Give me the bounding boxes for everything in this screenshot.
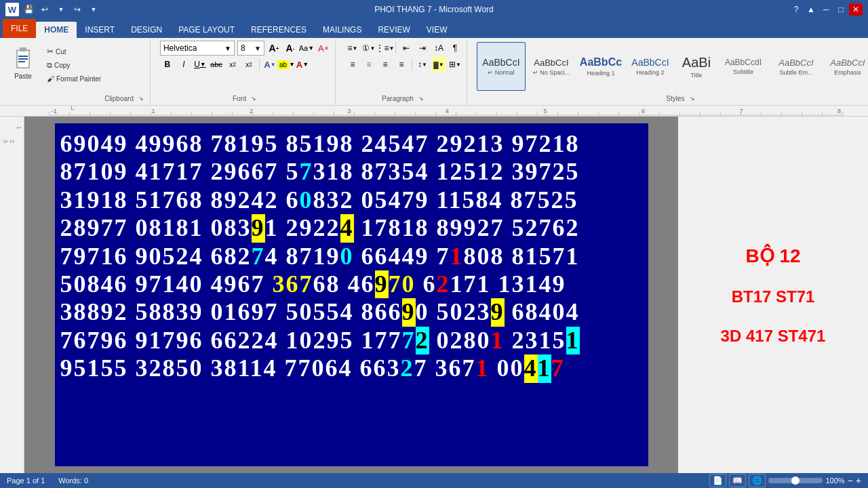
- minimize-btn[interactable]: ─: [819, 3, 833, 16]
- ruler: -112345678 └: [0, 106, 868, 117]
- styles-expand[interactable]: ↘: [688, 94, 697, 103]
- font-size-dropdown[interactable]: ▼: [254, 45, 261, 52]
- document-area: 123 69049 49968 78195 85198 24547 29213 …: [0, 117, 868, 473]
- style-heading1[interactable]: AaBbCc Heading 1: [577, 42, 625, 91]
- font-shrink-button[interactable]: A-: [283, 41, 297, 55]
- align-right-button[interactable]: ≡: [378, 57, 393, 72]
- ribbon-toggle[interactable]: ▲: [804, 3, 818, 16]
- style-normal[interactable]: AaBbCcI ↵ Normal: [477, 42, 526, 91]
- superscript-button[interactable]: x2: [241, 57, 256, 72]
- quick-customize[interactable]: ▼: [87, 3, 100, 16]
- zoom-level: 100%: [825, 476, 844, 485]
- justify-button[interactable]: ≡: [394, 57, 409, 72]
- side-label-3: 3D 417 ST471: [721, 327, 826, 346]
- side-panel: BỘ 12 BT17 ST71 3D 417 ST471: [678, 117, 868, 473]
- title-bar: W 💾 ↩ ▼ ↪ ▼ PHOI THANG 7 - Microsoft Wor…: [0, 0, 868, 19]
- tab-mailings[interactable]: MAILINGS: [315, 22, 370, 38]
- clipboard-group: Paste ✂ Cut ⧉ Copy 🖌 Format Painter Clip…: [3, 41, 151, 105]
- zoom-slider[interactable]: [768, 478, 823, 483]
- bullets-button[interactable]: ≡▼: [345, 41, 360, 56]
- paste-button[interactable]: Paste: [7, 43, 39, 81]
- page-info: Page 1 of 1: [7, 476, 45, 485]
- copy-icon: ⧉: [47, 61, 52, 70]
- ribbon: Paste ✂ Cut ⧉ Copy 🖌 Format Painter Clip…: [0, 38, 868, 106]
- vertical-ruler: 123: [0, 117, 24, 473]
- view-web[interactable]: 🌐: [749, 474, 766, 487]
- change-case-button[interactable]: Aa▼: [300, 41, 313, 55]
- style-emphasis[interactable]: AaBbCcI Emphasis: [823, 42, 868, 91]
- paragraph-expand[interactable]: ↘: [416, 94, 426, 103]
- svg-rect-4: [18, 61, 25, 62]
- close-btn[interactable]: ✕: [849, 3, 863, 16]
- tab-review[interactable]: REVIEW: [370, 22, 418, 38]
- zoom-in[interactable]: +: [856, 475, 861, 486]
- strikethrough-button[interactable]: abc: [209, 57, 224, 72]
- quick-undo[interactable]: ↩: [38, 3, 52, 16]
- format-painter-button[interactable]: 🖌 Format Painter: [43, 73, 104, 85]
- quick-undo-arrow[interactable]: ▼: [54, 3, 68, 16]
- side-label-1: BỘ 12: [745, 245, 800, 267]
- borders-button[interactable]: ⊞▼: [448, 57, 462, 72]
- restore-btn[interactable]: □: [834, 3, 848, 16]
- clear-formatting-button[interactable]: A✕: [316, 41, 331, 56]
- tab-references[interactable]: REFERENCES: [243, 22, 315, 38]
- italic-button[interactable]: I: [176, 57, 191, 72]
- format-painter-icon: 🖌: [47, 75, 54, 83]
- ruler-marks: -112345678 └: [49, 106, 844, 116]
- word-count: Words: 0: [58, 476, 88, 485]
- decrease-indent-button[interactable]: ⇤: [399, 41, 414, 56]
- subscript-button[interactable]: x2: [225, 57, 240, 72]
- style-title[interactable]: AaBi Title: [676, 42, 717, 91]
- zoom-out[interactable]: −: [848, 475, 853, 486]
- bold-button[interactable]: B: [160, 57, 175, 72]
- tab-marker: └: [69, 106, 74, 113]
- quick-save[interactable]: 💾: [22, 3, 35, 16]
- sort-button[interactable]: ↕A: [431, 41, 446, 56]
- shading-button[interactable]: ▓▼: [431, 57, 446, 72]
- svg-rect-3: [18, 58, 28, 60]
- tab-page-layout[interactable]: PAGE LAYOUT: [170, 22, 243, 38]
- multilevel-button[interactable]: ⋮≡▼: [378, 41, 393, 56]
- title-text: PHOI THANG 7 - Microsoft Word: [136, 5, 732, 14]
- ribbon-tabs: FILE HOME INSERT DESIGN PAGE LAYOUT REFE…: [0, 19, 868, 38]
- style-heading2[interactable]: AaBbCcI Heading 2: [625, 42, 675, 91]
- svg-rect-2: [18, 56, 28, 57]
- tab-design[interactable]: DESIGN: [123, 22, 170, 38]
- styles-group: AaBbCcI ↵ Normal AaBbCcI ↵ No Spaci... A…: [473, 41, 868, 105]
- increase-indent-button[interactable]: ⇥: [415, 41, 430, 56]
- document-main[interactable]: 69049 49968 78195 85198 24547 29213 9721…: [24, 117, 678, 473]
- numbering-button[interactable]: ①▼: [361, 41, 376, 56]
- font-name-dropdown[interactable]: ▼: [224, 45, 231, 52]
- side-label-2: BT17 ST71: [732, 287, 815, 306]
- clipboard-expand[interactable]: ↘: [136, 94, 146, 103]
- style-subtle-em[interactable]: AaBbCcI Subtle Em...: [770, 42, 823, 91]
- align-left-button[interactable]: ≡: [345, 57, 360, 72]
- view-read[interactable]: 📖: [729, 474, 746, 487]
- font-expand[interactable]: ↘: [249, 94, 258, 103]
- align-center-button[interactable]: ≡: [361, 57, 376, 72]
- quick-redo[interactable]: ↪: [71, 3, 84, 16]
- line-spacing-button[interactable]: ↕▼: [415, 57, 430, 72]
- font-grow-button[interactable]: A+: [267, 41, 281, 55]
- show-marks-button[interactable]: ¶: [448, 41, 462, 56]
- view-print[interactable]: 📄: [709, 474, 726, 487]
- cut-button[interactable]: ✂ Cut: [43, 45, 104, 58]
- number-grid: 69049 49968 78195 85198 24547 29213 9721…: [55, 123, 648, 466]
- underline-button[interactable]: U▼: [193, 57, 208, 72]
- style-subtitle[interactable]: AaBbCcdI Subtitle: [717, 42, 769, 91]
- highlight-button[interactable]: ab▼: [279, 57, 294, 72]
- cut-icon: ✂: [47, 47, 54, 56]
- font-size-input[interactable]: 8 ▼: [237, 41, 264, 56]
- tab-insert[interactable]: INSERT: [77, 22, 123, 38]
- text-effects-button[interactable]: A▼: [262, 57, 277, 72]
- help-btn[interactable]: ?: [789, 3, 803, 16]
- svg-rect-1: [20, 47, 26, 52]
- copy-button[interactable]: ⧉ Copy: [43, 59, 104, 72]
- status-bar: Page 1 of 1 Words: 0 📄 📖 🌐 100% − +: [0, 473, 868, 488]
- tab-file[interactable]: FILE: [3, 19, 36, 38]
- tab-view[interactable]: VIEW: [418, 22, 456, 38]
- tab-home[interactable]: HOME: [36, 22, 77, 38]
- font-color-button[interactable]: A▼: [295, 57, 310, 72]
- style-no-spacing[interactable]: AaBbCcI ↵ No Spaci...: [526, 42, 576, 91]
- font-name-input[interactable]: Helvetica ▼: [160, 41, 235, 56]
